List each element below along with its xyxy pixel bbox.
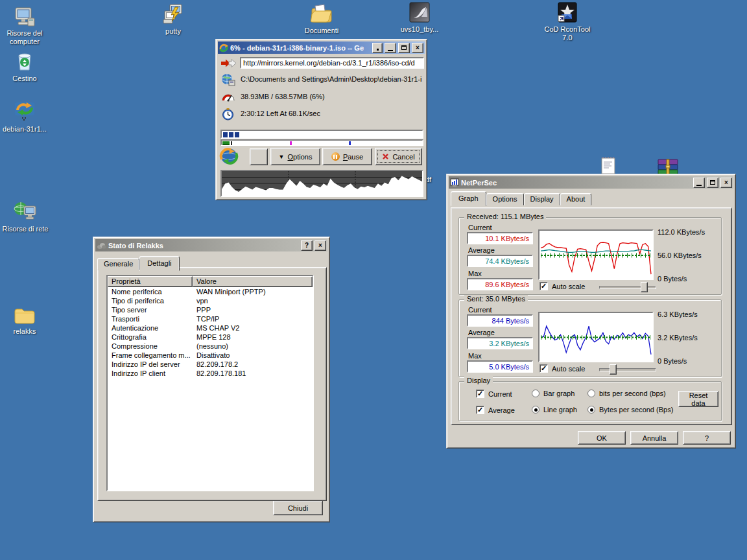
received-scale-slider[interactable] (599, 282, 656, 291)
slider-thumb[interactable] (610, 364, 617, 375)
minimize-button[interactable] (385, 43, 396, 53)
line-graph-radio[interactable] (532, 406, 540, 414)
table-row[interactable]: Nome perifericaWAN Miniport (PPTP) (108, 287, 313, 296)
property-cell: Indirizzo IP del server (108, 360, 193, 369)
slider-track (599, 286, 656, 289)
table-row[interactable]: TrasportiTCP/IP (108, 314, 313, 323)
window-title: Stato di Relakks (108, 242, 299, 250)
getright-download-window: 6% - debian-31r1-i386-binary-1.iso -- Ge… (215, 39, 427, 200)
options-button[interactable]: ▼ Options (270, 148, 320, 165)
column-header-valore[interactable]: Valore (193, 276, 313, 287)
table-row[interactable]: Frame collegamento m...Disattivato (108, 351, 313, 360)
speed-history-graph (220, 170, 423, 197)
table-row[interactable]: AutenticazioneMS CHAP V2 (108, 323, 313, 332)
download-url-field[interactable]: http://mirrors.kernel.org/debian-cd/3.1_… (240, 57, 424, 69)
tab-generale[interactable]: Generale (97, 258, 139, 270)
property-cell: Crittografia (108, 332, 193, 342)
desktop-icon-cod-rcontool[interactable]: CoD RconTool 7.0 (541, 1, 593, 42)
help-button[interactable]: ? (301, 240, 313, 251)
bps-radio[interactable] (587, 390, 595, 397)
desktop-icon-recycle-bin[interactable]: Cestino (0, 51, 51, 83)
close-button[interactable]: × (412, 43, 423, 53)
Bps-radio[interactable] (587, 406, 595, 414)
display-group: Display Current Average Bar graph Line g… (458, 381, 722, 421)
netpersec-titlebar[interactable]: NetPerSec × (449, 176, 733, 189)
received-scale-top: 112.0 KBytes/s (658, 228, 705, 236)
maximize-button[interactable] (398, 43, 410, 53)
received-autoscale-checkbox[interactable] (540, 282, 548, 290)
sent-autoscale-checkbox[interactable] (540, 364, 548, 373)
tab-dettagli[interactable]: Dettagli (139, 256, 179, 271)
display-average[interactable]: Average (476, 406, 515, 414)
table-row[interactable]: Tipo di perifericavpn (108, 296, 313, 305)
table-row[interactable]: Compressione(nessuno) (108, 342, 313, 351)
cancel-button[interactable]: Cancel (375, 148, 422, 165)
desktop-icon-label: Risorse del computer (0, 29, 51, 46)
desktop-icon-label: Documenti (296, 27, 348, 35)
table-row[interactable]: Tipo serverPPP (108, 305, 313, 314)
getright-logo (219, 147, 239, 167)
sent-graph (538, 312, 654, 362)
desktop-icon-documenti[interactable]: Documenti (296, 3, 348, 35)
getright-download-icon (0, 101, 51, 123)
desktop-icon-debian-download[interactable]: debian-31r1... (0, 101, 51, 134)
current-checkbox[interactable] (476, 390, 484, 398)
received-group-label: Received: 115.1 MBytes (464, 213, 546, 220)
column-header-proprieta[interactable]: Proprietà (108, 276, 193, 287)
chiudi-button[interactable]: Chiudi (273, 500, 323, 515)
table-row[interactable]: Indirizzo IP del server82.209.178.2 (108, 360, 313, 369)
desktop-icon-label: CoD RconTool 7.0 (541, 25, 593, 42)
desktop-icon-notepad-partial[interactable] (582, 153, 634, 175)
display-bar-graph[interactable]: Bar graph (532, 390, 575, 397)
tab-options[interactable]: Options (486, 193, 524, 205)
slider-thumb[interactable] (641, 282, 648, 292)
network-places-icon (0, 201, 51, 223)
desktop-icon-my-computer[interactable]: Risorse del computer (0, 5, 51, 46)
desktop-icon-relakks-folder[interactable]: relakks (0, 303, 51, 336)
table-row[interactable]: CrittografiaMPPE 128 (108, 332, 313, 342)
pause-button[interactable]: Pause (322, 148, 372, 165)
display-Bps[interactable]: Bytes per second (Bps) (587, 406, 673, 414)
received-scale-zero: 0 Bytes/s (658, 275, 687, 283)
tab-about[interactable]: About (560, 193, 592, 205)
tray-button[interactable] (372, 43, 383, 53)
received-autoscale[interactable]: Auto scale (540, 282, 585, 290)
annulla-button[interactable]: Annulla (630, 431, 678, 445)
close-button[interactable]: × (314, 240, 326, 251)
display-bps[interactable]: bits per second (bps) (587, 390, 666, 397)
tab-graph[interactable]: Graph (451, 191, 486, 206)
ok-button[interactable]: OK (578, 431, 626, 445)
maximize-button[interactable] (707, 178, 718, 188)
help-button[interactable]: ? (683, 431, 731, 445)
sent-current-label: Current (468, 306, 492, 314)
relakks-titlebar[interactable]: Stato di Relakks ? × (95, 239, 327, 251)
tab-display[interactable]: Display (524, 193, 560, 205)
desktop-icon-uvs10[interactable]: uvs10_tby... (394, 1, 445, 34)
close-button[interactable]: × (720, 178, 732, 188)
netpersec-window: NetPerSec × Graph Options Display About … (446, 174, 736, 449)
bar-graph-radio[interactable] (532, 390, 540, 397)
minimize-button[interactable] (693, 178, 705, 188)
sent-autoscale[interactable]: Auto scale (540, 364, 585, 373)
blank-button[interactable] (250, 148, 268, 165)
putty-icon (147, 3, 199, 25)
table-row[interactable]: Indirizzo IP client82.209.178.181 (108, 369, 313, 378)
desktop-icon-winrar-partial[interactable] (642, 154, 694, 176)
display-current[interactable]: Current (476, 390, 512, 398)
desktop: { "desktop": { "background_color": "#3F7… (0, 0, 747, 560)
reset-data-button[interactable]: Reset data (678, 391, 718, 407)
display-line-graph[interactable]: Line graph (532, 406, 577, 414)
getright-titlebar[interactable]: 6% - debian-31r1-i386-binary-1.iso -- Ge… (218, 41, 425, 54)
desktop-icon-network-places[interactable]: Risorse di rete (0, 201, 51, 233)
getright-app-icon (219, 43, 228, 52)
netpersec-tabs: Graph Options Display About (451, 191, 591, 205)
desktop-icon-putty[interactable]: putty (147, 3, 199, 36)
folder-icon (0, 303, 51, 325)
sent-group-label: Sent: 35.0 MBytes (464, 295, 528, 303)
sent-scale-slider[interactable] (599, 364, 656, 373)
cancel-x-icon (382, 153, 389, 160)
slider-track (599, 368, 656, 371)
desktop-icon-label: Risorse di rete (0, 225, 51, 233)
average-checkbox[interactable] (476, 406, 484, 414)
bps-label: bits per second (bps) (599, 390, 666, 397)
